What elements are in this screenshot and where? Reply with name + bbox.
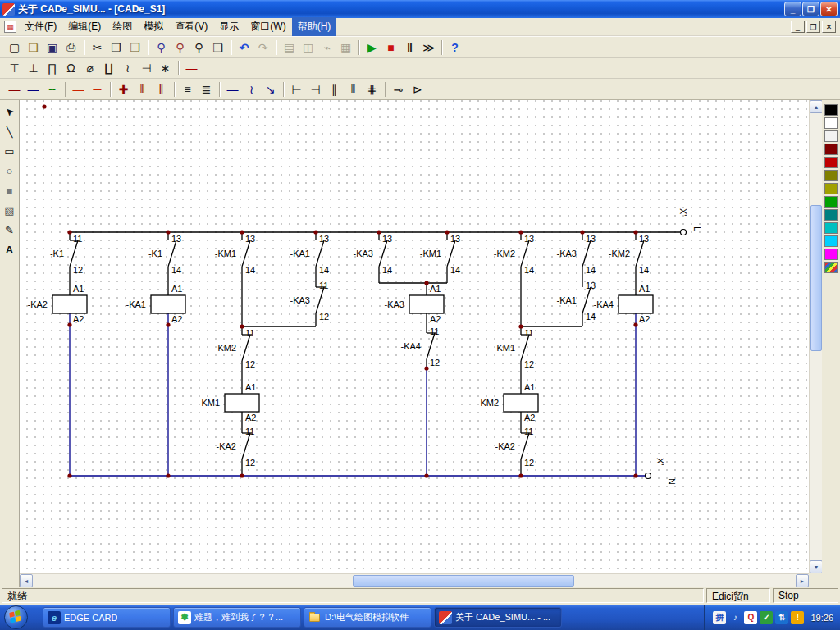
new-icon[interactable]: ▢ bbox=[5, 39, 24, 57]
scroll-left-button[interactable]: ◄ bbox=[20, 574, 33, 587]
menu-simulate[interactable]: 模拟 bbox=[138, 17, 169, 36]
color-swatch-silver[interactable] bbox=[824, 130, 838, 142]
contact-km2[interactable]: 1314-KM2 bbox=[609, 232, 650, 275]
wire-dashed-green-icon[interactable]: ╌ bbox=[43, 80, 62, 98]
copy-icon[interactable]: ❐ bbox=[107, 39, 126, 57]
print-icon[interactable]: ⎙ bbox=[62, 39, 80, 57]
terminal-circle-icon[interactable]: ⊸ bbox=[389, 80, 408, 98]
color-swatch-cyan[interactable] bbox=[824, 222, 838, 234]
zoom-out-icon[interactable]: ⚲ bbox=[171, 39, 189, 57]
contact-km1[interactable]: 1314-KM1 bbox=[215, 232, 256, 275]
mdi-minimize-button[interactable]: _ bbox=[791, 21, 805, 33]
horizontal-scrollbar[interactable]: ◄ ► bbox=[20, 573, 809, 587]
color-swatch-green[interactable] bbox=[824, 196, 838, 208]
transformer-icon[interactable]: ∐ bbox=[99, 59, 118, 77]
coil-block-icon[interactable]: ∏ bbox=[43, 59, 62, 77]
taskbar-clock[interactable]: 19:26 bbox=[810, 613, 833, 623]
contact-km1[interactable]: 1112-KM1 bbox=[494, 326, 535, 369]
coil-km2[interactable]: A1A2-KM2 bbox=[477, 382, 538, 422]
qq-messenger-tray-icon[interactable]: Q bbox=[744, 611, 757, 624]
coil-ka1[interactable]: A1A2-KA1 bbox=[126, 284, 185, 324]
junction-cross-icon[interactable]: ✚ bbox=[114, 80, 133, 98]
horizontal-scroll-thumb[interactable] bbox=[353, 575, 574, 587]
save-icon[interactable]: ▣ bbox=[43, 39, 62, 57]
ground-icon[interactable]: ⊣ bbox=[137, 59, 156, 77]
task-edge-card[interactable]: eEDGE CARD bbox=[43, 607, 171, 628]
open-icon[interactable]: ❏ bbox=[24, 39, 43, 57]
pen-tool[interactable]: ✎ bbox=[1, 221, 18, 239]
color-swatch-olive[interactable] bbox=[824, 170, 838, 181]
source-pole-b-icon[interactable]: ⊥ bbox=[24, 59, 43, 77]
stop-icon[interactable]: ■ bbox=[381, 39, 400, 57]
coil-ka3[interactable]: A1A2-KA3 bbox=[385, 284, 444, 324]
contact-k1[interactable]: 1314-K1 bbox=[148, 232, 181, 275]
color-swatch-maroon[interactable] bbox=[824, 144, 838, 155]
maximize-button[interactable]: ❐ bbox=[802, 2, 819, 16]
step-icon[interactable]: ≫ bbox=[419, 39, 438, 57]
network-tray-icon[interactable]: ⇅ bbox=[775, 611, 788, 624]
contact-ka2[interactable]: 1112-KA2 bbox=[217, 425, 256, 468]
symbol-grid-icon[interactable]: ⋕ bbox=[363, 80, 381, 98]
filled-rectangle-tool[interactable]: ■ bbox=[1, 182, 18, 199]
contact-km2[interactable]: 1314-KM2 bbox=[494, 232, 535, 275]
minimize-button[interactable]: _ bbox=[784, 2, 801, 16]
menu-draw[interactable]: 绘图 bbox=[107, 17, 138, 36]
contact-ka4[interactable]: 1112-KA4 bbox=[401, 325, 441, 368]
color-swatch-red[interactable] bbox=[824, 157, 838, 168]
link-line-icon[interactable]: — bbox=[223, 80, 242, 98]
scroll-down-button[interactable]: ▼ bbox=[810, 560, 823, 573]
task-qq-chat[interactable]: ✽难题，难到我了？？... bbox=[173, 607, 301, 628]
color-swatch-teal[interactable] bbox=[824, 209, 838, 221]
link-arrow-icon[interactable]: ↘ bbox=[261, 80, 280, 98]
contact-k1[interactable]: 1112-K1 bbox=[50, 232, 83, 275]
task-folder[interactable]: D:\电气绘图模拟软件 bbox=[304, 607, 431, 628]
help-icon[interactable]: ? bbox=[445, 39, 464, 57]
wire-maroon-icon[interactable]: — bbox=[5, 80, 24, 98]
coil-ka2[interactable]: A1A2-KA2 bbox=[28, 284, 87, 324]
zoom-fit-icon[interactable]: ❑ bbox=[208, 39, 227, 57]
cut-icon[interactable]: ✂ bbox=[88, 39, 107, 57]
select-tool[interactable]: ➤ bbox=[0, 100, 21, 125]
menu-display[interactable]: 显示 bbox=[213, 17, 244, 36]
measure-ohm-icon[interactable]: Ω bbox=[62, 59, 80, 77]
fill-tool[interactable]: ▧ bbox=[1, 202, 18, 219]
align-horizontal-icon[interactable]: ≡ bbox=[178, 80, 197, 98]
wire-navy-icon[interactable]: — bbox=[24, 80, 43, 98]
vertical-scroll-thumb[interactable] bbox=[810, 205, 822, 351]
align-justify-icon[interactable]: ≣ bbox=[197, 80, 216, 98]
pause-icon[interactable]: ‖ bbox=[400, 39, 419, 57]
messenger-tray-icon[interactable]: ! bbox=[791, 611, 804, 624]
contact-ka2[interactable]: 1112-KA2 bbox=[495, 425, 535, 468]
color-swatch-magenta[interactable] bbox=[824, 249, 838, 260]
start-button[interactable] bbox=[4, 605, 28, 629]
run-icon[interactable]: ▶ bbox=[363, 39, 381, 57]
contact-ka1[interactable]: 1314-KA1 bbox=[557, 279, 596, 322]
terminal-triangle-icon[interactable]: ⊳ bbox=[408, 80, 427, 98]
color-swatch-black[interactable] bbox=[824, 104, 838, 116]
menu-help[interactable]: 帮助(H) bbox=[292, 17, 337, 36]
menu-view[interactable]: 查看(V) bbox=[169, 17, 213, 36]
mdi-restore-button[interactable]: ❐ bbox=[806, 21, 820, 33]
contact-ka1[interactable]: 1314-KA1 bbox=[290, 232, 330, 275]
mdi-close-button[interactable]: ✕ bbox=[822, 21, 836, 33]
node-icon[interactable]: ∗ bbox=[156, 59, 175, 77]
schematic-canvas[interactable]: 1112-K11314-K11314-KM11314-KA11314-KA313… bbox=[20, 100, 809, 573]
volume-tray-icon[interactable]: ♪ bbox=[728, 611, 742, 624]
terminal[interactable]: X'N bbox=[646, 458, 678, 485]
line-tool[interactable]: ╲ bbox=[1, 123, 18, 140]
task-cade-simu[interactable]: 关于 CADe_SIMU... - ... bbox=[434, 607, 562, 628]
symbol-contact-a-icon[interactable]: ⊢ bbox=[287, 80, 306, 98]
symbol-parallel-icon[interactable]: ∥ bbox=[325, 80, 344, 98]
coil-km1[interactable]: A1A2-KM1 bbox=[199, 382, 259, 422]
wire-red-thin-icon[interactable]: — bbox=[69, 80, 88, 98]
zoom-in-icon[interactable]: ⚲ bbox=[152, 39, 171, 57]
paste-icon[interactable]: ❒ bbox=[126, 39, 144, 57]
contact-km1[interactable]: 1314-KM1 bbox=[420, 232, 461, 275]
ime-indicator-tray-icon[interactable]: 拼 bbox=[713, 611, 726, 624]
circuit-diagram[interactable]: 1112-K11314-K11314-KM11314-KA11314-KA313… bbox=[20, 102, 809, 573]
link-zigzag-icon[interactable]: ≀ bbox=[242, 80, 261, 98]
color-swatch-dark-yellow[interactable] bbox=[824, 183, 838, 194]
contact-ka3[interactable]: 1314-KA3 bbox=[557, 232, 596, 275]
color-swatch-sky[interactable] bbox=[824, 235, 838, 247]
bus-triple-icon[interactable]: ⦀ bbox=[133, 80, 152, 98]
